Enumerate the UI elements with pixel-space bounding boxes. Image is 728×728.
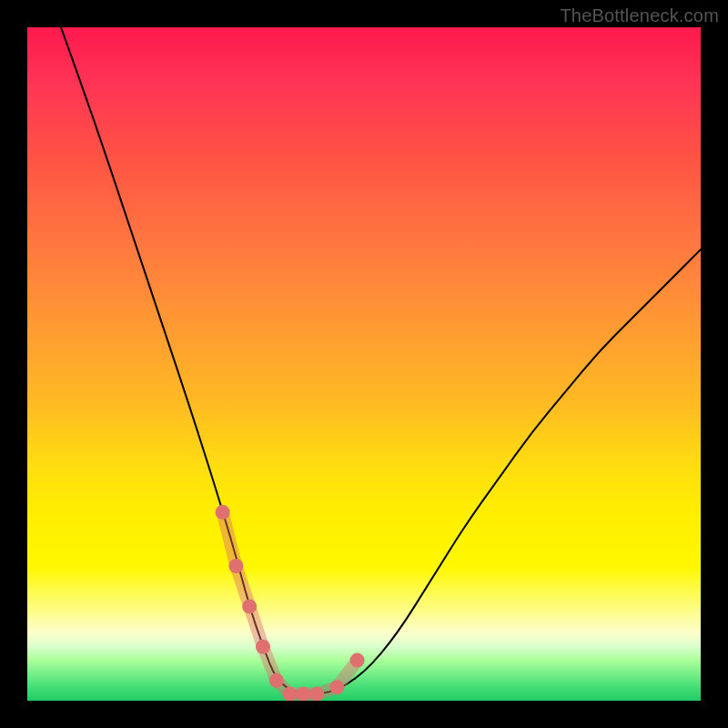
highlight-dot	[296, 687, 310, 701]
highlight-dot	[256, 640, 270, 654]
main-curve-path	[61, 27, 701, 694]
watermark-text: TheBottleneck.com	[560, 5, 719, 26]
highlight-dot	[283, 687, 298, 701]
highlight-seg	[223, 512, 237, 566]
highlight-dot	[309, 687, 324, 701]
highlight-dot	[242, 599, 257, 613]
highlight-dot	[329, 680, 344, 694]
highlight-dot	[228, 559, 243, 573]
highlight-dot	[350, 653, 365, 668]
plot-area	[27, 27, 701, 701]
highlight-dot	[216, 505, 230, 520]
frame: TheBottleneck.com	[0, 0, 728, 728]
curve-svg	[27, 27, 701, 701]
highlight-dots	[216, 505, 365, 701]
highlight-dot	[269, 673, 284, 688]
